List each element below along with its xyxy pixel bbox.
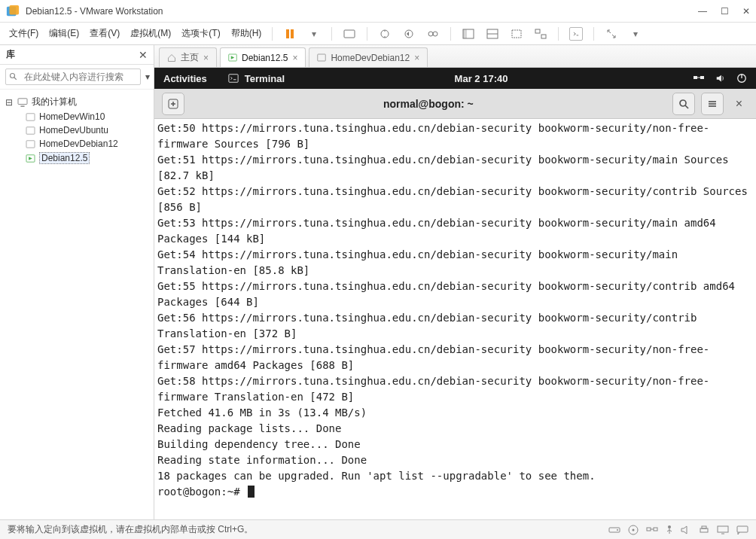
separator [450, 27, 451, 41]
tree-root[interactable]: ⊟ 我的计算机 [3, 94, 151, 110]
separator [558, 27, 559, 41]
power-dropdown-icon[interactable]: ▾ [307, 27, 321, 41]
minimize-button[interactable]: — [698, 6, 707, 17]
menubar: 文件(F) 编辑(E) 查看(V) 虚拟机(M) 选项卡(T) 帮助(H) ▾ … [0, 23, 756, 45]
tree-root-label: 我的计算机 [32, 96, 77, 108]
vm-off-icon [317, 53, 326, 62]
send-ctrl-alt-del-icon[interactable] [343, 27, 356, 41]
gnome-top-bar: Activities Terminal Mar 2 17:40 [154, 68, 756, 89]
stretch-dropdown-icon[interactable]: ▾ [629, 27, 642, 41]
svg-rect-45 [654, 528, 657, 531]
layout-single-icon[interactable] [462, 27, 475, 41]
sidebar-search-row: ▾ [0, 65, 154, 90]
console-view-icon[interactable] [569, 27, 583, 41]
layout-thumb-icon[interactable] [486, 27, 499, 41]
tree-item-homedevdebian12[interactable]: HomeDevDebian12 [3, 137, 151, 151]
menu-tabs[interactable]: 选项卡(T) [181, 27, 220, 40]
svg-rect-14 [535, 29, 540, 33]
svg-rect-21 [26, 126, 35, 133]
snapshot-revert-icon[interactable] [402, 27, 416, 41]
sidebar-close-button[interactable]: ✕ [139, 49, 148, 61]
tree-item-homedevwin10[interactable]: HomeDevWin10 [3, 110, 151, 123]
tab-close-icon[interactable]: × [203, 53, 209, 63]
svg-rect-51 [700, 528, 708, 532]
tray-printer-icon[interactable] [699, 525, 709, 534]
svg-point-35 [680, 100, 686, 106]
terminal-menu-button[interactable] [701, 93, 724, 115]
statusbar: 要将输入定向到该虚拟机，请在虚拟机内部单击或按 Ctrl+G。 [0, 519, 756, 539]
tree-item-debian12-5[interactable]: Debian12.5 [3, 151, 151, 166]
svg-point-7 [428, 32, 433, 36]
terminal-close-button[interactable]: × [730, 97, 748, 111]
titlebar: Debian12.5 - VMware Workstation — ☐ ✕ [0, 0, 756, 23]
tray-messages-icon[interactable] [736, 525, 748, 534]
svg-point-43 [633, 528, 635, 531]
svg-rect-1 [10, 5, 20, 14]
tray-harddisk-icon[interactable] [608, 525, 620, 534]
sidebar-title: 库 [6, 48, 139, 61]
unity-icon[interactable] [534, 27, 547, 41]
snapshot-icon[interactable] [378, 27, 392, 41]
menu-help[interactable]: 帮助(H) [231, 27, 262, 40]
svg-point-8 [433, 32, 437, 36]
tray-usb-icon[interactable] [666, 525, 673, 535]
vm-running-icon [228, 53, 237, 62]
activities-button[interactable]: Activities [163, 73, 207, 84]
tray-sound-icon[interactable] [681, 525, 691, 534]
app-menu-terminal[interactable]: Terminal [228, 73, 285, 84]
svg-rect-28 [700, 76, 704, 79]
power-icon[interactable] [736, 73, 747, 84]
terminal-title: normal@bogon: ~ [191, 98, 666, 110]
vm-tree: ⊟ 我的计算机 HomeDevWin10 HomeDevUbuntu HomeD… [0, 90, 154, 170]
terminal-search-button[interactable] [672, 93, 695, 115]
search-dropdown-icon[interactable]: ▾ [145, 72, 150, 82]
network-icon[interactable] [693, 73, 705, 84]
tray-network-icon[interactable] [646, 525, 658, 534]
pause-icon[interactable] [283, 27, 297, 41]
cursor-icon [248, 486, 255, 498]
tree-item-label: Debian12.5 [39, 152, 90, 164]
svg-rect-27 [694, 76, 697, 79]
home-icon [167, 53, 176, 62]
terminal-prompt: root@bogon:~# [157, 486, 246, 498]
svg-point-47 [668, 525, 671, 528]
menu-edit[interactable]: 编辑(E) [49, 27, 79, 40]
tab-close-icon[interactable]: × [292, 53, 297, 63]
svg-rect-22 [26, 140, 35, 147]
stretch-icon[interactable] [605, 27, 618, 41]
collapse-icon[interactable]: ⊟ [5, 97, 14, 108]
svg-rect-55 [737, 526, 748, 532]
tree-item-homedevubuntu[interactable]: HomeDevUbuntu [3, 123, 151, 137]
tray-display-icon[interactable] [717, 525, 729, 534]
tab-label: HomeDevDebian12 [331, 53, 410, 63]
tab-home[interactable]: 主页 × [159, 47, 217, 67]
window-title: Debian12.5 - VMware Workstation [26, 6, 698, 17]
tabstrip: 主页 × Debian12.5 × HomeDevDebian12 × [154, 45, 756, 68]
search-input[interactable] [5, 69, 141, 85]
terminal-body[interactable]: Get:50 https://mirrors.tuna.tsinghua.edu… [154, 119, 756, 519]
menu-file[interactable]: 文件(F) [9, 27, 38, 40]
menu-view[interactable]: 查看(V) [90, 27, 120, 40]
tab-label: Debian12.5 [242, 53, 288, 63]
svg-rect-4 [344, 30, 355, 38]
sidebar-header: 库 ✕ [0, 45, 154, 65]
tray-cd-icon[interactable] [628, 525, 639, 535]
svg-rect-18 [18, 98, 27, 104]
snapshot-manager-icon[interactable] [426, 27, 440, 41]
clock[interactable]: Mar 2 17:40 [455, 73, 508, 84]
tab-homedevdebian12[interactable]: HomeDevDebian12 × [309, 47, 428, 67]
fullscreen-icon[interactable] [510, 27, 523, 41]
new-tab-button[interactable] [162, 93, 184, 115]
separator [367, 27, 367, 41]
menu-vm[interactable]: 虚拟机(M) [130, 27, 171, 40]
maximize-button[interactable]: ☐ [721, 6, 729, 17]
volume-icon[interactable] [715, 73, 726, 84]
close-window-button[interactable]: ✕ [742, 6, 750, 17]
svg-rect-2 [286, 29, 289, 38]
app-menu-label: Terminal [245, 73, 285, 84]
vm-screen[interactable]: Activities Terminal Mar 2 17:40 normal@b… [154, 68, 756, 519]
tab-close-icon[interactable]: × [414, 53, 419, 63]
vm-running-icon [24, 153, 36, 163]
terminal-header: normal@bogon: ~ × [154, 89, 756, 119]
tab-debian12-5[interactable]: Debian12.5 × [220, 47, 306, 67]
